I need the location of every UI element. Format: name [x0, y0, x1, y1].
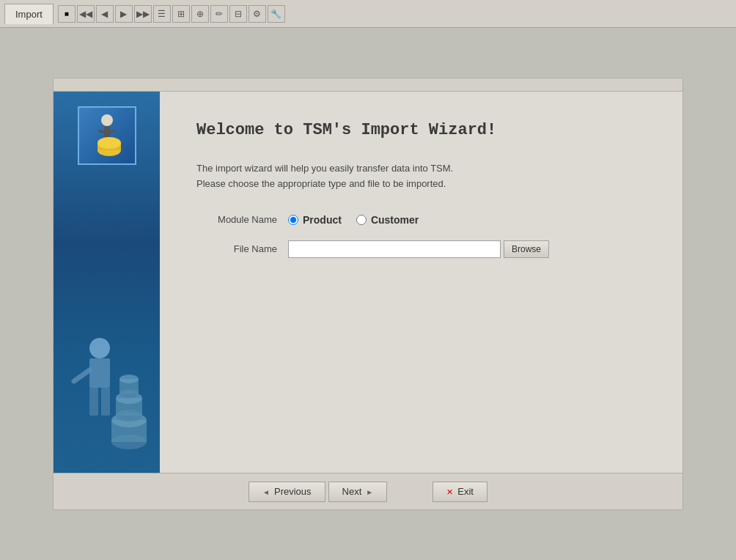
list-icon: ☰	[158, 9, 166, 19]
exit-label: Exit	[457, 486, 474, 497]
play-button[interactable]: ▶	[115, 5, 133, 23]
grid-icon: ⊞	[177, 9, 185, 19]
svg-point-20	[119, 375, 139, 383]
svg-line-9	[74, 370, 89, 381]
tool-icon: 🔧	[271, 9, 281, 19]
rewind-button[interactable]: ◀◀	[77, 5, 95, 23]
customer-radio-option[interactable]: Customer	[356, 214, 419, 226]
module-radio-group: Product Customer	[288, 214, 419, 226]
wizard-body: Welcome to TSM's Import Wizard! The impo…	[54, 92, 682, 473]
import-tab[interactable]: Import	[4, 4, 54, 24]
customer-label: Customer	[371, 214, 419, 226]
settings-icon: ⚙	[253, 9, 261, 19]
next-icon	[366, 486, 373, 497]
rewind-icon: ◀◀	[79, 9, 92, 19]
tool-button[interactable]: 🔧	[268, 5, 285, 23]
svg-point-7	[89, 338, 110, 358]
stop-button[interactable]: ■	[58, 5, 76, 23]
tab-label: Import	[15, 9, 43, 20]
svg-rect-8	[89, 358, 110, 388]
wizard-description: The import wizard will help you easily t…	[196, 161, 646, 192]
sidebar-figure-svg	[59, 334, 155, 451]
settings-button[interactable]: ⚙	[249, 5, 266, 23]
product-radio-option[interactable]: Product	[288, 214, 342, 226]
wizard-top-bar	[54, 78, 682, 92]
back-icon: ◀	[101, 9, 108, 19]
exit-button[interactable]: Exit	[433, 482, 487, 502]
exit-icon	[446, 486, 453, 497]
grid-view-button[interactable]: ⊞	[172, 5, 190, 23]
edit-icon: ✏	[216, 9, 223, 19]
browse-button[interactable]: Browse	[504, 240, 549, 258]
wizard-image-svg	[81, 110, 133, 161]
customer-radio[interactable]	[356, 215, 367, 225]
description-line2: Please choose the appropriate type and f…	[196, 177, 646, 192]
file-name-label: File Name	[196, 243, 277, 254]
sidebar-image-top	[78, 106, 136, 165]
edit-button[interactable]: ✏	[210, 5, 228, 23]
wizard-sidebar	[54, 92, 160, 473]
previous-button[interactable]: Previous	[249, 482, 325, 502]
print-button[interactable]: ⊟	[229, 5, 247, 23]
module-name-row: Module Name Product Customer	[196, 214, 646, 226]
stop-icon: ■	[65, 10, 69, 18]
fast-forward-icon: ▶▶	[136, 9, 150, 19]
sidebar-figure-bottom	[54, 334, 160, 451]
wizard-title: Welcome to TSM's Import Wizard!	[196, 121, 646, 139]
previous-icon	[262, 486, 270, 497]
play-icon: ▶	[120, 9, 127, 19]
wizard-panel: Welcome to TSM's Import Wizard! The impo…	[53, 78, 683, 510]
file-input-group: Browse	[288, 240, 549, 258]
svg-rect-11	[101, 388, 110, 416]
next-button[interactable]: Next	[328, 482, 388, 502]
description-line1: The import wizard will help you easily t…	[196, 161, 646, 177]
svg-point-6	[97, 137, 121, 149]
print-icon: ⊟	[235, 9, 242, 19]
zoom-button[interactable]: ⊕	[191, 5, 209, 23]
file-name-input[interactable]	[288, 240, 501, 258]
back-button[interactable]: ◀	[96, 5, 114, 23]
file-name-row: File Name Browse	[196, 240, 646, 258]
svg-point-0	[101, 114, 113, 126]
wizard-footer: Previous Next Exit	[54, 473, 682, 509]
module-name-label: Module Name	[196, 214, 277, 225]
next-label: Next	[342, 486, 362, 497]
main-area: Welcome to TSM's Import Wizard! The impo…	[0, 28, 736, 560]
fast-forward-button[interactable]: ▶▶	[134, 5, 152, 23]
wizard-content: Welcome to TSM's Import Wizard! The impo…	[160, 92, 682, 473]
svg-rect-10	[89, 388, 98, 416]
product-radio[interactable]	[288, 215, 298, 225]
product-label: Product	[303, 214, 342, 226]
toolbar: Import ■ ◀◀ ◀ ▶ ▶▶ ☰ ⊞ ⊕ ✏ ⊟ ⚙ 🔧	[0, 0, 736, 28]
zoom-icon: ⊕	[196, 9, 204, 19]
list-view-button[interactable]: ☰	[153, 5, 171, 23]
previous-label: Previous	[274, 486, 312, 497]
